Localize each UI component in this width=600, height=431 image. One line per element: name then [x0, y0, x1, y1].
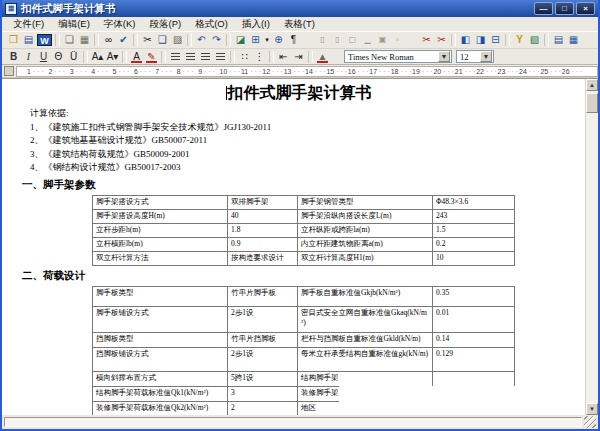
numbered-list-icon[interactable]: ⋮ [252, 50, 267, 64]
menu-item[interactable]: 格式(O) [188, 18, 235, 31]
chevron-down-icon[interactable]: ▼ [438, 51, 450, 62]
table-cell[interactable]: 立杆纵距或跨距la(m) [298, 223, 433, 237]
table-cell[interactable]: 1.5 [433, 223, 515, 237]
copy-icon[interactable]: ❑ [155, 33, 170, 47]
table-cell[interactable]: 脚手架搭设方式 [93, 195, 228, 209]
table-cell[interactable]: 内立杆距建筑物距离a(m) [298, 237, 433, 251]
title-bar[interactable]: ≣ 扣件式脚手架计算书 — □ × [2, 0, 598, 17]
table-cell[interactable]: 竹串片脚手板 [228, 286, 298, 306]
align-left-icon[interactable] [168, 50, 183, 64]
table-cell[interactable] [433, 371, 515, 386]
strikethrough-icon[interactable]: Θ [51, 50, 66, 64]
tab-stop-selector[interactable] [4, 66, 14, 76]
delete-column-icon[interactable]: ✂ [434, 33, 449, 47]
table-cell[interactable]: 0.35 [433, 286, 515, 306]
grow-font-icon[interactable]: A▴ [90, 50, 105, 64]
scroll-down-icon[interactable]: ▼ [586, 403, 598, 415]
menu-item[interactable]: 编辑(E) [51, 18, 97, 31]
table-cell[interactable]: 2步1设 [228, 347, 298, 371]
table-cell[interactable]: 脚手架沿纵向搭设长度L(m) [298, 209, 433, 223]
table-cell[interactable]: 脚手板类型 [93, 286, 228, 306]
pilcrow-icon[interactable]: ¶ [286, 33, 301, 47]
split-cells-icon[interactable]: ◨ [473, 33, 488, 47]
merge-cells-icon[interactable]: ◧ [458, 33, 473, 47]
table-cell[interactable]: 脚手板铺设方式 [93, 306, 228, 332]
table-cell[interactable]: 脚手板自重标准值Gkjb(kN/m²) [298, 286, 433, 306]
menu-item[interactable]: 字体(K) [97, 18, 143, 31]
table-cell[interactable]: 装修脚手架荷载标准值Qk2(kN/m²) [93, 401, 228, 415]
chevron-down-icon[interactable]: ▼ [480, 51, 492, 62]
scrollbar-track[interactable] [586, 113, 598, 403]
table-cell[interactable]: 0.14 [433, 332, 515, 347]
table-cell[interactable]: 每米立杆承受结构自重标准值gk(kN/m) [298, 347, 433, 371]
hyperlink-globe-icon[interactable]: ⊕ [271, 33, 286, 47]
table-cell[interactable]: 双排脚手架 [228, 195, 298, 209]
table-cell[interactable]: 横向斜撑布置方式 [93, 371, 228, 386]
table-cell[interactable]: 栏杆与挡脚板自重标准值Gkld(kN/m) [298, 332, 433, 347]
resize-grip[interactable] [584, 416, 596, 428]
table-cell[interactable]: 0.9 [228, 237, 298, 251]
open-icon[interactable]: ❐ [6, 33, 21, 47]
border-bottom-icon[interactable]: ▁ [360, 33, 375, 47]
menu-item[interactable]: 插入(I) [235, 18, 277, 31]
border-left-icon[interactable]: ▯ [315, 33, 330, 47]
border-none-icon[interactable]: ▫ [390, 33, 405, 47]
table-cell[interactable]: 10 [433, 251, 515, 265]
border-all-icon[interactable]: ▣ [375, 33, 390, 47]
scrollbar-thumb[interactable] [586, 93, 598, 113]
print-preview-icon[interactable]: ❏ [62, 33, 77, 47]
document-page[interactable]: 扣件式脚手架计算书 计算依据: 1、《建筑施工扣件式钢管脚手架安全技术规范》JG… [2, 79, 585, 415]
table-cell[interactable]: 2步1设 [228, 306, 298, 332]
shading-icon[interactable]: ▲ [315, 50, 330, 64]
table-cell[interactable]: 3 [228, 386, 298, 401]
table-cell[interactable]: 2 [228, 401, 298, 415]
insert-image-icon[interactable]: ◪ [233, 33, 248, 47]
table-cell[interactable]: 脚手架钢管类型 [298, 195, 433, 209]
undo-icon[interactable]: ↶ [194, 33, 209, 47]
shrink-font-icon[interactable]: A▾ [105, 50, 120, 64]
underline-icon[interactable]: U [36, 50, 51, 64]
maximize-button[interactable]: □ [555, 2, 574, 15]
redo-icon[interactable]: ↷ [209, 33, 224, 47]
find-icon[interactable]: ∞ [101, 33, 116, 47]
menu-item[interactable]: 段落(P) [142, 18, 188, 31]
table-cell[interactable]: 0.2 [433, 237, 515, 251]
justify-icon[interactable] [213, 50, 228, 64]
horizontal-ruler[interactable]: 1234567891011121314151617181920212223242… [16, 66, 598, 77]
table-cell[interactable]: 双立杆计算高度H1(m) [298, 251, 433, 265]
table-cell[interactable]: Φ48.3×3.6 [433, 195, 515, 209]
paste-icon[interactable]: ▨ [170, 33, 185, 47]
highlight-icon[interactable]: ✎ [144, 50, 159, 64]
bold-icon[interactable]: B [6, 50, 21, 64]
table-cell[interactable]: 243 [433, 209, 515, 223]
minimize-button[interactable]: — [534, 2, 553, 15]
grid-icon[interactable]: ▦ [566, 33, 581, 47]
table-cell[interactable]: 立杆横距lb(m) [93, 237, 228, 251]
menu-item[interactable]: 表格(T) [277, 18, 322, 31]
table-cell[interactable]: 40 [228, 209, 298, 223]
table-cell[interactable]: 双立杆计算方法 [93, 251, 228, 265]
table-cell[interactable]: 结构脚手架荷载标准值Qk1(kN/m²) [93, 386, 228, 401]
table-cell[interactable]: 立杆步距h(m) [93, 223, 228, 237]
table-cell[interactable]: 竹串片挡脚板 [228, 332, 298, 347]
spellcheck-icon[interactable]: ✔ [116, 33, 131, 47]
table-cell[interactable]: 按构造要求设计 [228, 251, 298, 265]
scroll-up-icon[interactable]: ▲ [586, 79, 598, 91]
workbook-icon[interactable]: ▤ [551, 33, 566, 47]
font-size-select[interactable]: 12 ▼ [456, 50, 494, 63]
delete-row-icon[interactable]: ✂ [419, 33, 434, 47]
print-icon[interactable]: ▦ [77, 33, 92, 47]
font-name-select[interactable]: Times New Roman ▼ [344, 50, 452, 63]
border-right-icon[interactable]: ▯ [330, 33, 345, 47]
table-cell[interactable]: 密目式安全立网自重标准值Gkaq(kN/m²) [298, 306, 433, 332]
table-cell[interactable]: 挡脚板铺设方式 [93, 347, 228, 371]
vertical-scrollbar[interactable]: ▲ ▼ [585, 79, 598, 415]
table-cell[interactable]: 0.129 [433, 347, 515, 371]
outdent-icon[interactable]: ⇤ [276, 50, 291, 64]
table-cell[interactable]: 结构脚手架 [298, 371, 433, 386]
save-icon[interactable]: ▤ [21, 33, 36, 47]
insert-table-icon[interactable]: ⊞ [248, 33, 263, 47]
accent-icon[interactable]: Ü [66, 50, 81, 64]
align-center-icon[interactable] [183, 50, 198, 64]
align-right-icon[interactable] [198, 50, 213, 64]
